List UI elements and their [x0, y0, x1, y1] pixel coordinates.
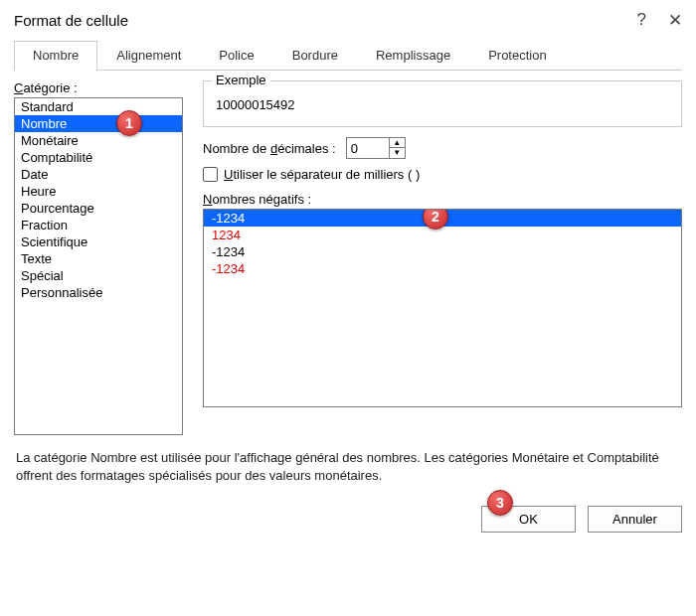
list-item[interactable]: Heure [15, 183, 182, 200]
negatives-label: Nombres négatifs : [203, 192, 682, 207]
list-item[interactable]: Pourcentage [15, 200, 182, 217]
callout-3: 3 [487, 490, 513, 516]
thousands-label: Utiliser le séparateur de milliers ( ) [224, 167, 420, 182]
description-text: La catégorie Nombre est utilisée pour l'… [0, 435, 696, 484]
negatives-list[interactable]: -12341234-1234-12342 [203, 209, 682, 407]
tab-alignement[interactable]: Alignement [97, 41, 200, 71]
tab-bordure[interactable]: Bordure [273, 41, 357, 71]
callout-1: 1 [116, 110, 142, 136]
spinner-down-icon[interactable]: ▼ [390, 148, 405, 158]
cancel-button[interactable]: Annuler [588, 506, 682, 533]
spinner-up-icon[interactable]: ▲ [390, 138, 405, 148]
example-legend: Exemple [212, 73, 270, 87]
help-icon[interactable]: ? [637, 10, 646, 31]
decimals-label: Nombre de décimales : [203, 141, 336, 156]
list-item[interactable]: Scientifique [15, 233, 182, 250]
list-item[interactable]: -1234 [204, 243, 681, 260]
category-list[interactable]: StandardNombreMonétaireComptabilitéDateH… [14, 97, 183, 435]
list-item[interactable]: 1234 [204, 227, 681, 243]
tab-remplissage[interactable]: Remplissage [357, 41, 469, 71]
list-item[interactable]: Texte [15, 250, 182, 267]
list-item[interactable]: Monétaire [15, 132, 182, 149]
list-item[interactable]: Standard [15, 98, 182, 115]
category-label: Catégorie : [14, 80, 193, 95]
list-item[interactable]: Comptabilité [15, 149, 182, 166]
list-item[interactable]: Date [15, 166, 182, 183]
tab-protection[interactable]: Protection [469, 41, 566, 71]
list-item[interactable]: Personnalisée [15, 284, 182, 301]
checkbox-box-icon[interactable] [203, 167, 218, 182]
list-item[interactable]: Nombre [15, 115, 182, 132]
tab-nombre[interactable]: Nombre [14, 41, 97, 71]
decimals-spinner[interactable]: ▲ ▼ [346, 137, 406, 159]
example-group: Exemple 10000015492 [203, 80, 682, 127]
list-item[interactable]: -1234 [204, 260, 681, 277]
example-value: 10000015492 [214, 87, 671, 112]
list-item[interactable]: Fraction [15, 217, 182, 233]
thousands-checkbox[interactable]: Utiliser le séparateur de milliers ( ) [203, 167, 682, 182]
title-bar: Format de cellule ? ✕ [0, 0, 696, 37]
dialog-title: Format de cellule [14, 12, 128, 29]
close-icon[interactable]: ✕ [668, 10, 682, 31]
tab-strip: NombreAlignementPoliceBordureRemplissage… [14, 41, 682, 71]
tab-police[interactable]: Police [200, 41, 272, 71]
list-item[interactable]: Spécial [15, 267, 182, 284]
decimals-input[interactable] [347, 139, 389, 158]
